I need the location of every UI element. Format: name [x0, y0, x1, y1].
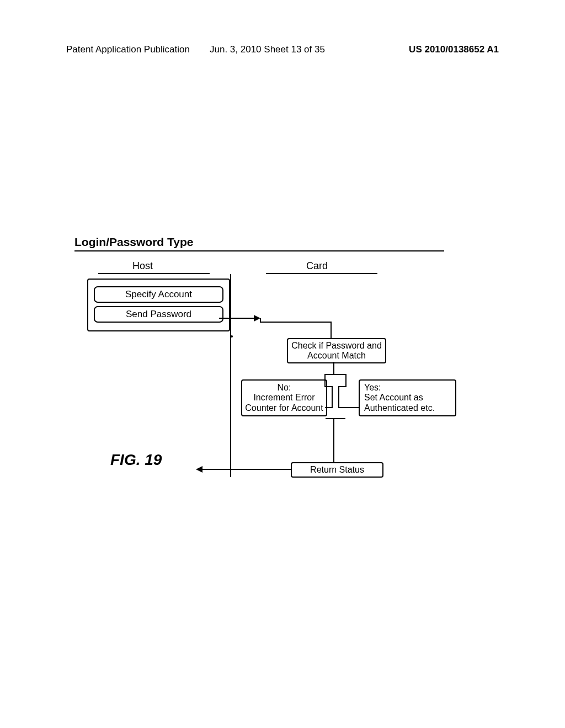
host-column-header: Host	[132, 260, 153, 272]
specify-account-box: Specify Account	[94, 286, 223, 303]
branch-right-drop	[345, 374, 347, 387]
date-sheet-text: Jun. 3, 2010 Sheet 13 of 35	[210, 44, 325, 55]
card-column-header: Card	[306, 260, 328, 272]
line-send-to-check	[219, 318, 255, 319]
line-kink-2	[260, 322, 331, 323]
section-title: Login/Password Type	[74, 235, 193, 249]
host-header-rule	[98, 273, 210, 274]
branch-left-vert	[332, 386, 333, 408]
card-header-rule	[266, 273, 377, 274]
branch-right-in	[338, 386, 346, 387]
line-kink-3	[331, 322, 332, 338]
page: Patent Application Publication Jun. 3, 2…	[0, 0, 565, 728]
title-rule	[74, 250, 444, 251]
branch-merge-down	[333, 418, 334, 462]
branch-right-out	[338, 407, 359, 408]
branch-right-vert	[338, 386, 339, 408]
dot-icon	[231, 335, 233, 338]
line-check-down	[333, 362, 334, 375]
page-header: Patent Application Publication Jun. 3, 2…	[66, 44, 499, 55]
publication-text: Patent Application Publication	[66, 44, 190, 55]
branch-bar-bottom	[326, 418, 345, 419]
line-return-to-host	[201, 469, 291, 470]
yes-branch-box: Yes:Set Account as Authenticated etc.	[359, 379, 456, 416]
send-password-box: Send Password	[94, 306, 223, 323]
host-step-group: Specify Account Send Password	[87, 279, 230, 331]
no-branch-box: No:Increment Error Counter for Account	[241, 379, 327, 416]
publication-number: US 2010/0138652 A1	[409, 44, 499, 55]
lane-divider	[230, 274, 231, 477]
arrow-left-icon	[196, 466, 202, 473]
figure-label: FIG. 19	[110, 451, 162, 469]
check-password-box: Check if Password and Account Match	[287, 338, 386, 363]
return-status-box: Return Status	[291, 462, 383, 478]
branch-bar-top	[324, 374, 347, 375]
